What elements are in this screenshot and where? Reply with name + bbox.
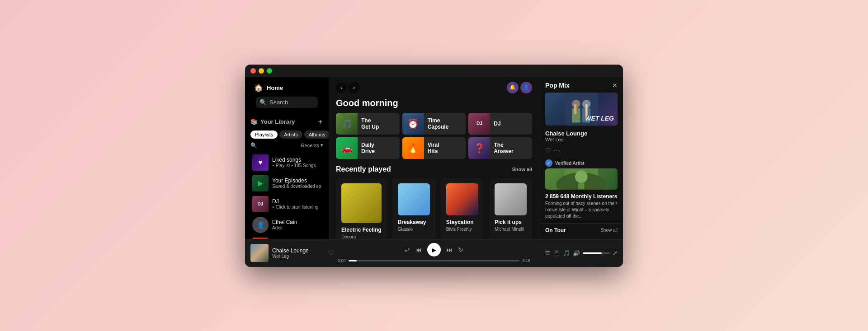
- forward-button[interactable]: ›: [349, 82, 359, 93]
- shuffle-button[interactable]: ⇄: [405, 246, 410, 253]
- artist-on-tour-img[interactable]: [545, 168, 618, 189]
- lyrics-button[interactable]: 🎵: [563, 250, 570, 256]
- library-list: ♥ Liked songs ●Playlist • 185 Songs ▶: [245, 150, 329, 239]
- devices-button[interactable]: 📱: [553, 250, 560, 256]
- filter-tab-playlists[interactable]: Playlists: [250, 131, 278, 139]
- episodes-icon: ▶: [258, 179, 263, 187]
- close-button[interactable]: [250, 68, 256, 74]
- green-dot-icon: ●: [272, 205, 274, 209]
- filter-tab-albums[interactable]: Albums: [304, 131, 329, 139]
- get-up-img: 🎵: [336, 113, 358, 135]
- sidebar-item-home[interactable]: 🏠 Home: [250, 81, 323, 95]
- minimize-button[interactable]: [259, 68, 264, 74]
- player-track-details: Chaise Lounge Wet Leg: [272, 247, 325, 259]
- next-button[interactable]: ⏭: [446, 246, 453, 253]
- episodes-info: Your Episodes Saved & downloaded episode…: [272, 177, 321, 189]
- right-panel: Pop Mix ✕: [539, 77, 623, 239]
- liked-songs-sub: ●Playlist • 185 Songs: [272, 163, 321, 168]
- library-search-bar: 🔍 Recents ▾: [245, 140, 329, 150]
- dj-sub: ●Click to start listening: [272, 205, 321, 210]
- greeting: Good morning: [329, 98, 539, 113]
- now-playing-actions: ♡ ···: [540, 145, 623, 156]
- viral-hits-name: Viral Hits: [428, 142, 446, 154]
- maximize-button[interactable]: [267, 68, 272, 74]
- list-item[interactable]: 🎤 The RapCaviar Podcast Podcast • Spotif…: [247, 235, 327, 239]
- save-heart-button[interactable]: ♡: [545, 147, 551, 154]
- repeat-button[interactable]: ↻: [458, 246, 463, 253]
- card-staycation[interactable]: Staycation Blvis Freshly: [441, 178, 484, 239]
- pick-it-up-sub: Michael Minelli: [495, 227, 527, 232]
- progress-track[interactable]: [349, 260, 520, 261]
- more-options-button[interactable]: ···: [554, 147, 559, 154]
- quick-play-item[interactable]: DJ DJ ▶: [468, 113, 532, 135]
- play-pause-button[interactable]: ▶: [427, 243, 441, 256]
- sidebar-home-label: Home: [267, 84, 283, 91]
- heart-icon: ♥: [258, 159, 263, 167]
- wet-leg-watermark: WET LEG: [585, 115, 614, 122]
- list-item[interactable]: 👤 Ethel Cain Artist: [247, 214, 327, 235]
- dj-quick-name: DJ: [494, 121, 512, 127]
- progress-bar: 0:00 3:16: [338, 258, 530, 263]
- filter-tabs: Playlists Artists Albums Podcasts ›: [245, 129, 329, 140]
- ethel-cain-sub: Artist: [272, 225, 321, 230]
- ethel-cain-info: Ethel Cain Artist: [272, 219, 321, 230]
- list-item[interactable]: ♥ Liked songs ●Playlist • 185 Songs: [247, 152, 327, 173]
- on-tour-show-all[interactable]: Show all: [600, 228, 618, 233]
- previous-button[interactable]: ⏮: [415, 246, 422, 253]
- filter-tab-artists[interactable]: Artists: [279, 131, 302, 139]
- list-item[interactable]: DJ DJ ●Click to start listening: [247, 194, 327, 214]
- home-icon: 🏠: [254, 84, 263, 92]
- player-track-name[interactable]: Chaise Lounge: [272, 247, 325, 254]
- recently-played-title[interactable]: Recently played: [336, 165, 391, 173]
- list-item[interactable]: ▶ Your Episodes Saved & downloaded episo…: [247, 173, 327, 194]
- player-track-artist[interactable]: Wet Leg: [272, 254, 325, 259]
- recents-label: Recents: [301, 143, 319, 148]
- player-right-controls: ☰ 📱 🎵 🔊 ⤢: [534, 250, 618, 256]
- library-header: 📚 Your Library +: [245, 113, 329, 129]
- monthly-count: 2 859 648 Monthly Listeners: [545, 193, 618, 200]
- artist-icon: 👤: [257, 221, 264, 228]
- sidebar: 🏠 Home 🔍 Search 📚 Your Library +: [245, 77, 329, 239]
- player-controls: ⇄ ⏮ ▶ ⏭ ↻ 0:00 3:16: [338, 243, 530, 263]
- recently-played-show-all[interactable]: Show all: [512, 167, 532, 172]
- player-thumb-art: [250, 244, 269, 262]
- artist-card-bg: [545, 168, 618, 189]
- on-tour-section: On Tour Show all: [540, 223, 623, 239]
- user-avatar[interactable]: 👤: [520, 82, 532, 93]
- panel-close-button[interactable]: ✕: [612, 82, 618, 89]
- library-add-button[interactable]: +: [317, 117, 323, 127]
- quick-play-item[interactable]: ❓ The Answer ▶: [468, 137, 532, 159]
- player-heart-button[interactable]: ♡: [328, 249, 334, 256]
- daily-drive-img: 🚗: [336, 137, 358, 159]
- now-playing-title[interactable]: Chaise Lounge: [545, 130, 618, 137]
- fullscreen-button[interactable]: ⤢: [613, 250, 618, 256]
- staycation-title: Staycation: [446, 219, 478, 225]
- card-electric-feeling[interactable]: Electric Feeling Decora: [336, 178, 387, 239]
- quick-play-item[interactable]: 🚗 Daily Drive ▶: [336, 137, 400, 159]
- panel-header: Pop Mix ✕: [540, 77, 623, 93]
- card-pick-it-up[interactable]: Pick it ups Michael Minelli: [489, 178, 532, 239]
- breakaway-sub: Glassio: [398, 227, 430, 232]
- svg-point-9: [575, 171, 588, 183]
- notifications-icon[interactable]: 🔔: [507, 82, 519, 93]
- sidebar-search-label: Search: [269, 99, 288, 106]
- card-breakaway[interactable]: Breakaway Glassio: [392, 178, 435, 239]
- quick-play-item[interactable]: ⏰ Time Capsule ▶: [402, 113, 466, 135]
- quick-play-item[interactable]: 🎵 The Get Up ▶: [336, 113, 400, 135]
- queue-button[interactable]: ☰: [545, 250, 550, 256]
- electric-feeling-title: Electric Feeling: [341, 227, 382, 233]
- quick-play-item[interactable]: 🔥 Viral Hits ▶: [402, 137, 466, 159]
- recents-filter[interactable]: Recents ▾: [301, 142, 323, 148]
- volume-slider[interactable]: [583, 252, 610, 254]
- daily-drive-name: Daily Drive: [361, 142, 380, 154]
- now-playing-artist[interactable]: Wet Leg: [545, 137, 618, 142]
- green-dot-icon: ●: [272, 163, 274, 168]
- pick-it-up-title: Pick it ups: [495, 219, 527, 225]
- search-icon: 🔍: [259, 99, 267, 106]
- sidebar-item-search[interactable]: 🔍 Search: [256, 97, 318, 108]
- back-button[interactable]: ‹: [336, 82, 347, 93]
- verified-badge-row: ✓ Verified Artist: [540, 156, 623, 168]
- library-section: 📚 Your Library + Playlists Artists Album…: [245, 113, 329, 239]
- panel-title: Pop Mix: [545, 82, 570, 89]
- volume-button[interactable]: 🔊: [573, 250, 580, 256]
